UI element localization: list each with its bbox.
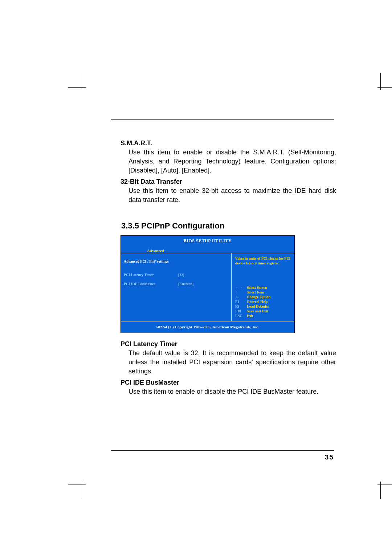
bios-header: BIOS SETUP UTILITY <box>121 236 294 246</box>
bios-key-legend: ←→Select Screen ↑↓Select Item +-Change O… <box>235 285 291 318</box>
crop-mark-top-right <box>377 73 392 90</box>
section-title: 3.3.5 PCIPnP Configuration <box>121 221 336 230</box>
bios-key-desc: Save and Exit <box>247 309 268 313</box>
bios-key-desc: Select Item <box>247 290 264 295</box>
bios-key: F1 <box>235 299 247 304</box>
bios-row: PCI IDE BusMaster [Enabled] <box>124 279 228 288</box>
bios-key: F10 <box>235 309 247 313</box>
bios-row-label: PCI IDE BusMaster <box>124 279 178 288</box>
rule-top <box>111 119 334 120</box>
bios-tab-advanced: Advanced <box>147 246 164 255</box>
bios-row-value: [Enabled] <box>178 279 193 288</box>
bios-row: PCI Latency Timer [32] <box>124 270 228 279</box>
pci-latency-title: PCI Latency Timer <box>121 340 336 349</box>
crop-mark-bottom-right <box>377 482 392 499</box>
bios-key: +- <box>235 295 247 299</box>
crop-mark-top-left <box>68 73 86 90</box>
bios-row-value: [32] <box>178 270 184 279</box>
bios-subtitle: Advanced PCI / PnP Settings <box>124 257 228 266</box>
smart-title: S.M.A.R.T. <box>121 139 336 148</box>
page-content: S.M.A.R.T. Use this item to enable or di… <box>121 137 336 396</box>
bios-key-desc: Exit <box>247 313 253 318</box>
bios-key: ←→ <box>235 285 247 290</box>
pci-ide-title: PCI IDE BusMaster <box>121 378 336 387</box>
bios-footer: v02.54 (C) Copyright 1985-2005, American… <box>121 321 294 333</box>
page-number: 35 <box>325 453 334 461</box>
page: S.M.A.R.T. Use this item to enable or di… <box>0 0 392 555</box>
crop-mark-bottom-left <box>68 482 86 499</box>
bios-row-label: PCI Latency Timer <box>124 270 178 279</box>
bios-key: F9 <box>235 304 247 309</box>
bios-screenshot: BIOS SETUP UTILITY Advanced Advanced PCI… <box>121 235 295 333</box>
bit32-body: Use this item to enable 32-bit access to… <box>121 186 336 204</box>
bios-left-panel: Advanced PCI / PnP Settings PCI Latency … <box>121 253 232 321</box>
bios-right-panel: Value in units of PCI clocks for PCI dev… <box>232 253 294 321</box>
rule-bottom <box>111 450 334 451</box>
bios-key: ESC <box>235 313 247 318</box>
bios-key: ↑↓ <box>235 290 247 295</box>
bios-key-desc: Load Defaults <box>247 304 269 309</box>
smart-body: Use this item to enable or disable the S… <box>121 148 336 175</box>
pci-ide-body: Use this item to enable or disable the P… <box>121 387 336 396</box>
bios-help-text: Value in units of PCI clocks for PCI dev… <box>235 256 291 266</box>
pci-latency-body: The default value is 32. It is recommend… <box>121 349 336 376</box>
bios-key-desc: Select Screen <box>247 285 267 290</box>
bios-key-desc: General Help <box>247 299 268 304</box>
bios-key-desc: Change Option <box>247 295 270 299</box>
bios-tab-row: Advanced <box>121 246 294 253</box>
bit32-title: 32-Bit Data Transfer <box>121 177 336 186</box>
bios-body: Advanced PCI / PnP Settings PCI Latency … <box>121 253 294 321</box>
